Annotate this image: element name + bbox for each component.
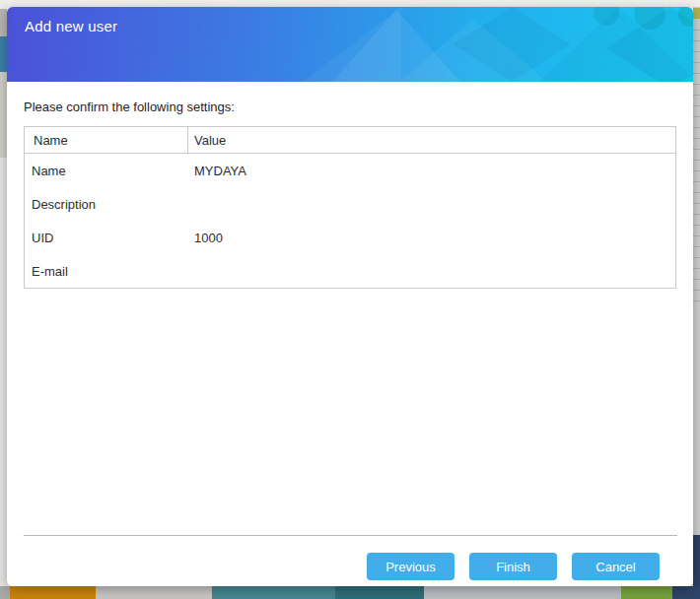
settings-table: Name Value Name MYDAYA Description UID 1… (24, 126, 676, 289)
previous-button[interactable]: Previous (367, 553, 455, 580)
finish-button[interactable]: Finish (469, 553, 557, 580)
background-scrollbar (693, 7, 700, 587)
value-cell: MYDAYA (188, 154, 675, 187)
value-cell (188, 187, 675, 221)
name-cell: Name (25, 154, 188, 187)
table-row: Name MYDAYA (25, 154, 675, 187)
background-fragment (0, 586, 10, 599)
table-header-row: Name Value (25, 127, 675, 154)
background-fragment (693, 535, 700, 587)
confirm-prompt: Please confirm the following settings: (24, 100, 235, 114)
background-fragment (96, 586, 212, 599)
background-fragment (212, 586, 335, 599)
name-cell: UID (25, 221, 188, 254)
background-fragment (335, 586, 424, 599)
background-fragment (10, 586, 96, 599)
table-row: Description (25, 187, 675, 221)
background-fragment (0, 36, 7, 72)
footer-buttons: Previous Finish Cancel (367, 553, 660, 580)
add-new-user-dialog: Add new user Please confirm the followin… (7, 7, 693, 586)
background-fragment (0, 72, 7, 158)
background-fragment (693, 8, 700, 19)
value-cell (188, 254, 675, 288)
background-fragment (0, 158, 7, 587)
dialog-header: Add new user (7, 7, 693, 82)
cancel-button[interactable]: Cancel (572, 553, 660, 580)
background-fragment (0, 0, 7, 9)
footer-separator (24, 535, 677, 536)
value-cell: 1000 (188, 221, 675, 254)
screen: Add new user Please confirm the followin… (0, 0, 700, 599)
column-header-name: Name (25, 127, 188, 153)
background-fragment (0, 9, 7, 36)
background-fragment (621, 586, 672, 599)
dialog-footer: Previous Finish Cancel (7, 7, 693, 586)
background-fragment (672, 586, 700, 599)
dialog-title: Add new user (25, 18, 117, 34)
table-row: E-mail (25, 254, 675, 288)
name-cell: Description (25, 187, 188, 221)
name-cell: E-mail (25, 254, 188, 288)
background-fragment (693, 20, 700, 305)
background-bottom-edge (0, 586, 700, 599)
column-header-value: Value (188, 127, 675, 153)
background-fragment (424, 586, 621, 599)
background-left-edge (0, 0, 7, 599)
table-row: UID 1000 (25, 221, 675, 254)
